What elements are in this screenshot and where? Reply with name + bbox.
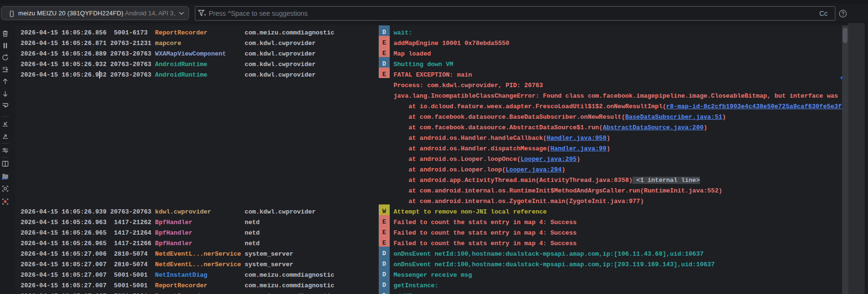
svg-text:a.b: a.b — [2, 176, 7, 181]
